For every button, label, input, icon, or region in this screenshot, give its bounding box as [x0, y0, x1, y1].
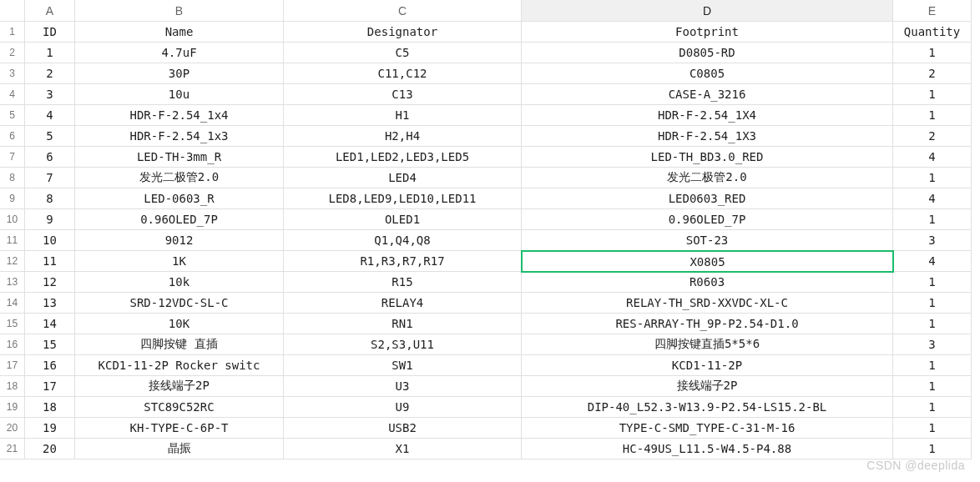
cell-A6[interactable]: 5: [25, 126, 75, 147]
cell-E4[interactable]: 1: [893, 84, 972, 105]
cell-A19[interactable]: 18: [25, 397, 75, 418]
cell-B13[interactable]: 10k: [75, 272, 284, 293]
header-cell-A[interactable]: ID: [25, 22, 75, 43]
cell-A20[interactable]: 19: [25, 418, 75, 439]
cell-B3[interactable]: 30P: [75, 63, 284, 84]
cell-B15[interactable]: 10K: [75, 314, 284, 334]
cell-C8[interactable]: LED4: [284, 168, 522, 188]
cell-D17[interactable]: KCD1-11-2P: [522, 355, 893, 376]
cell-D10[interactable]: 0.96OLED_7P: [522, 209, 893, 230]
row-header-2[interactable]: 2: [0, 43, 25, 63]
row-header-7[interactable]: 7: [0, 147, 25, 168]
cell-A18[interactable]: 17: [25, 376, 75, 397]
header-cell-C[interactable]: Designator: [284, 22, 522, 43]
header-cell-E[interactable]: Quantity: [893, 22, 972, 43]
row-header-9[interactable]: 9: [0, 188, 25, 209]
header-cell-D[interactable]: Footprint: [522, 22, 893, 43]
cell-D6[interactable]: HDR-F-2.54_1X3: [522, 126, 893, 147]
row-header-3[interactable]: 3: [0, 63, 25, 84]
cell-E18[interactable]: 1: [893, 376, 972, 397]
cell-B5[interactable]: HDR-F-2.54_1x4: [75, 105, 284, 126]
cell-E16[interactable]: 3: [893, 334, 972, 355]
row-header-10[interactable]: 10: [0, 209, 25, 230]
cell-D18[interactable]: 接线端子2P: [522, 376, 893, 397]
cell-B18[interactable]: 接线端子2P: [75, 376, 284, 397]
corner-cell[interactable]: [0, 0, 25, 22]
cell-E8[interactable]: 1: [893, 168, 972, 188]
header-cell-B[interactable]: Name: [75, 22, 284, 43]
cell-C14[interactable]: RELAY4: [284, 293, 522, 314]
cell-C21[interactable]: X1: [284, 439, 522, 459]
cell-E20[interactable]: 1: [893, 418, 972, 439]
cell-E5[interactable]: 1: [893, 105, 972, 126]
cell-C10[interactable]: OLED1: [284, 209, 522, 230]
col-header-E[interactable]: E: [893, 0, 972, 22]
row-header-19[interactable]: 19: [0, 397, 25, 418]
cell-E21[interactable]: 1: [893, 439, 972, 459]
cell-C9[interactable]: LED8,LED9,LED10,LED11: [284, 188, 522, 209]
cell-E19[interactable]: 1: [893, 397, 972, 418]
row-header-4[interactable]: 4: [0, 84, 25, 105]
row-header-13[interactable]: 13: [0, 272, 25, 293]
cell-A3[interactable]: 2: [25, 63, 75, 84]
cell-B17[interactable]: KCD1-11-2P Rocker switc: [75, 355, 284, 376]
row-header-6[interactable]: 6: [0, 126, 25, 147]
cell-B12[interactable]: 1K: [75, 251, 284, 272]
cell-C20[interactable]: USB2: [284, 418, 522, 439]
cell-D20[interactable]: TYPE-C-SMD_TYPE-C-31-M-16: [522, 418, 893, 439]
cell-E2[interactable]: 1: [893, 43, 972, 63]
cell-C3[interactable]: C11,C12: [284, 63, 522, 84]
row-header-16[interactable]: 16: [0, 334, 25, 355]
cell-D8[interactable]: 发光二极管2.0: [522, 168, 893, 188]
cell-C2[interactable]: C5: [284, 43, 522, 63]
row-header-14[interactable]: 14: [0, 293, 25, 314]
row-header-21[interactable]: 21: [0, 439, 25, 459]
cell-E11[interactable]: 3: [893, 230, 972, 251]
cell-A12[interactable]: 11: [25, 251, 75, 272]
cell-E13[interactable]: 1: [893, 272, 972, 293]
cell-B9[interactable]: LED-0603_R: [75, 188, 284, 209]
cell-A10[interactable]: 9: [25, 209, 75, 230]
cell-B10[interactable]: 0.96OLED_7P: [75, 209, 284, 230]
cell-D12[interactable]: X0805: [521, 250, 894, 273]
cell-D4[interactable]: CASE-A_3216: [522, 84, 893, 105]
cell-A7[interactable]: 6: [25, 147, 75, 168]
cell-B11[interactable]: 9012: [75, 230, 284, 251]
cell-A2[interactable]: 1: [25, 43, 75, 63]
row-header-5[interactable]: 5: [0, 105, 25, 126]
cell-A13[interactable]: 12: [25, 272, 75, 293]
cell-A8[interactable]: 7: [25, 168, 75, 188]
cell-D16[interactable]: 四脚按键直插5*5*6: [522, 334, 893, 355]
cell-D13[interactable]: R0603: [522, 272, 893, 293]
cell-E17[interactable]: 1: [893, 355, 972, 376]
cell-B14[interactable]: SRD-12VDC-SL-C: [75, 293, 284, 314]
cell-E15[interactable]: 1: [893, 314, 972, 334]
col-header-D[interactable]: D: [522, 0, 893, 22]
cell-B20[interactable]: KH-TYPE-C-6P-T: [75, 418, 284, 439]
cell-B2[interactable]: 4.7uF: [75, 43, 284, 63]
cell-E7[interactable]: 4: [893, 147, 972, 168]
col-header-C[interactable]: C: [284, 0, 522, 22]
col-header-B[interactable]: B: [75, 0, 284, 22]
row-header-8[interactable]: 8: [0, 168, 25, 188]
row-header-17[interactable]: 17: [0, 355, 25, 376]
cell-B16[interactable]: 四脚按键 直插: [75, 334, 284, 355]
cell-E6[interactable]: 2: [893, 126, 972, 147]
row-header-18[interactable]: 18: [0, 376, 25, 397]
cell-C19[interactable]: U9: [284, 397, 522, 418]
cell-D9[interactable]: LED0603_RED: [522, 188, 893, 209]
cell-D3[interactable]: C0805: [522, 63, 893, 84]
cell-C16[interactable]: S2,S3,U11: [284, 334, 522, 355]
cell-E10[interactable]: 1: [893, 209, 972, 230]
row-header-12[interactable]: 12: [0, 251, 25, 272]
cell-B7[interactable]: LED-TH-3mm_R: [75, 147, 284, 168]
row-header-15[interactable]: 15: [0, 314, 25, 334]
cell-D2[interactable]: D0805-RD: [522, 43, 893, 63]
cell-E3[interactable]: 2: [893, 63, 972, 84]
cell-D21[interactable]: HC-49US_L11.5-W4.5-P4.88: [522, 439, 893, 459]
cell-D15[interactable]: RES-ARRAY-TH_9P-P2.54-D1.0: [522, 314, 893, 334]
row-header-11[interactable]: 11: [0, 230, 25, 251]
cell-C6[interactable]: H2,H4: [284, 126, 522, 147]
cell-B4[interactable]: 10u: [75, 84, 284, 105]
cell-A14[interactable]: 13: [25, 293, 75, 314]
